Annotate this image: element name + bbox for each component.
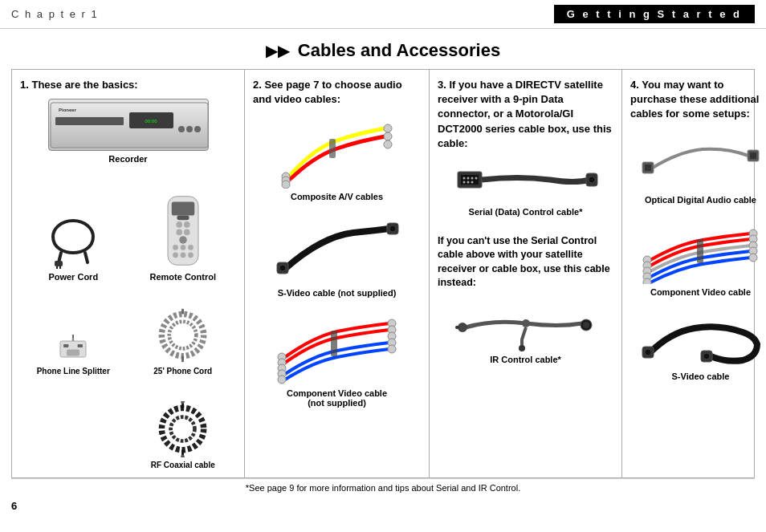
svideo-ns-label: S-Video cable (not supplied) (278, 288, 397, 298)
svideo-ns-image (273, 213, 401, 285)
svg-point-98 (703, 353, 710, 359)
recorder-svg: 00:00 Pioneer (49, 101, 208, 149)
svg-rect-8 (55, 261, 63, 266)
col3-subtext: If you can't use the Serial Control cabl… (438, 234, 613, 290)
svg-point-22 (180, 253, 185, 258)
composite-av-image (273, 116, 401, 189)
remote-control-label: Remote Control (150, 272, 217, 282)
phone-splitter-item: Phone Line Splitter (20, 285, 127, 376)
svg-rect-1 (55, 117, 124, 125)
power-cord-item: Power Cord (20, 170, 127, 282)
svg-point-5 (186, 126, 193, 132)
optical-audio-image (638, 132, 763, 192)
column-directv: 3. If you have a DIRECTV satellite recei… (430, 70, 622, 477)
svg-rect-94 (697, 239, 703, 263)
phone-cord-label: 25' Phone Cord (153, 367, 212, 376)
svg-point-4 (178, 126, 185, 132)
svg-point-23 (188, 253, 194, 258)
footer-note: *See page 9 for more information and tip… (11, 478, 755, 497)
recorder-image: 00:00 Pioneer (48, 99, 209, 151)
svg-point-51 (389, 225, 396, 232)
svg-rect-75 (455, 326, 459, 329)
svg-point-71 (471, 181, 473, 183)
svg-point-61 (388, 345, 396, 353)
phone-cord-image (155, 307, 211, 363)
phone-splitter-label: Phone Line Splitter (37, 367, 110, 376)
rf-coax-image (155, 401, 211, 457)
section-title: G e t t i n g S t a r t e d (554, 5, 755, 23)
svg-point-16 (184, 229, 190, 236)
svg-point-73 (589, 177, 595, 183)
svg-point-77 (583, 322, 589, 328)
optical-audio-label: Optical Digital Audio cable (645, 195, 756, 205)
svg-rect-26 (67, 349, 79, 355)
serial-cable-label: Serial (Data) Control cable* (469, 207, 583, 217)
svg-rect-81 (645, 164, 651, 171)
component-ns-image (273, 309, 401, 385)
serial-cable-item: Serial (Data) Control cable* (438, 156, 613, 217)
svg-point-43 (282, 181, 290, 189)
composite-av-label: Composite A/V cables (291, 192, 383, 201)
component-video-item: Component Video cable (630, 216, 766, 297)
svg-point-66 (467, 177, 469, 179)
svg-point-65 (462, 177, 465, 179)
svg-point-68 (475, 177, 477, 179)
page-title: Cables and Accessories (298, 40, 500, 61)
remote-image (159, 193, 207, 269)
svg-point-35 (161, 408, 203, 449)
svg-point-79 (519, 345, 525, 351)
ir-cable-item: IR Control cable* (438, 295, 613, 364)
svg-rect-28 (78, 344, 83, 347)
phone-cord-item: 25' Phone Cord (130, 285, 237, 376)
svg-point-49 (279, 265, 286, 271)
svg-point-45 (384, 132, 392, 140)
remote-control-item: Remote Control (130, 170, 237, 282)
col1-header: 1. These are the basics: (20, 78, 236, 92)
svg-rect-47 (329, 139, 336, 158)
splitter-image (53, 331, 93, 363)
svideo-ns-item: S-Video cable (not supplied) (253, 213, 421, 298)
column-additional: 4. You may want to purchase these additi… (622, 70, 766, 477)
svg-rect-24 (177, 216, 189, 221)
svg-point-88 (643, 278, 651, 284)
svg-point-67 (471, 177, 473, 179)
svg-point-38 (181, 401, 185, 404)
ir-cable-image (454, 295, 598, 351)
composite-av-item: Composite A/V cables (253, 116, 421, 201)
svg-point-19 (180, 245, 185, 250)
svg-rect-12 (172, 202, 195, 216)
page-title-row: ▶▶ Cables and Accessories (0, 29, 766, 69)
page-header: C h a p t e r 1 G e t t i n g S t a r t … (0, 0, 766, 29)
col3-header: 3. If you have a DIRECTV satellite recei… (438, 78, 613, 151)
svg-point-93 (749, 254, 757, 262)
svg-point-56 (278, 376, 286, 384)
serial-cable-image (454, 156, 598, 204)
power-cord-label: Power Cord (48, 272, 98, 282)
svg-point-78 (522, 319, 530, 327)
rf-coax-label: RF Coaxial cable (151, 461, 215, 469)
component-video-image (638, 216, 763, 284)
svg-point-69 (462, 181, 465, 183)
svg-point-44 (384, 124, 392, 132)
component-ns-label: Component Video cable(not supplied) (287, 388, 387, 408)
svg-point-70 (467, 181, 469, 183)
rf-coax-item: RF Coaxial cable (130, 379, 237, 469)
svg-point-96 (645, 349, 651, 355)
power-cord-image (41, 213, 105, 269)
svg-point-21 (173, 253, 178, 258)
svg-point-40 (181, 455, 185, 457)
svg-point-14 (184, 221, 190, 228)
svg-point-36 (170, 417, 194, 441)
svideo-image (638, 308, 763, 368)
svideo-label: S-Video cable (672, 372, 730, 381)
svg-rect-27 (63, 344, 68, 347)
svg-point-17 (179, 236, 187, 244)
col2-header: 2. See page 7 to choose audio and video … (253, 78, 421, 107)
svg-text:00:00: 00:00 (145, 119, 157, 124)
svg-rect-62 (331, 331, 337, 356)
optical-audio-item: Optical Digital Audio cable (630, 132, 766, 205)
svg-point-13 (176, 221, 182, 228)
svg-rect-83 (750, 152, 756, 159)
svideo-item: S-Video cable (630, 308, 766, 381)
svg-point-18 (173, 245, 178, 250)
